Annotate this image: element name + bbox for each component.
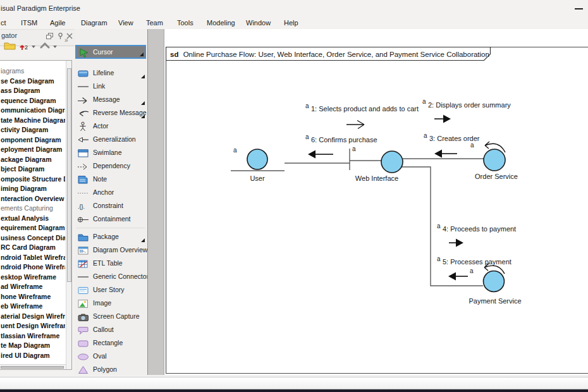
navigator-item[interactable]: usiness Concept Diagram	[1, 233, 65, 243]
message-2[interactable]: a 2: Displays order summary	[422, 98, 511, 123]
palette-item-screen-capture[interactable]: Screen Capture	[75, 310, 146, 323]
navigator-item[interactable]: RC Card Diagram	[1, 243, 65, 252]
palette-item-containment[interactable]: Containment	[75, 213, 146, 226]
palette-item-image[interactable]: Image	[75, 297, 146, 310]
palette-item-oval[interactable]: Oval	[75, 350, 146, 363]
panel-splitter[interactable]	[147, 29, 164, 375]
collapse-dropdown-icon[interactable]	[53, 46, 57, 48]
palette-item-generic-connector[interactable]: Generic Connector	[75, 271, 146, 283]
palette-item-rectangle[interactable]: Rectangle	[75, 337, 146, 350]
menu-item-team[interactable]: Team	[146, 19, 163, 27]
palette-item-callout[interactable]: Callout	[75, 324, 146, 336]
palette-item-swimlane[interactable]: Swimlane	[75, 147, 146, 159]
palette-item-etl-table[interactable]: ETL Table	[75, 257, 146, 270]
navigator-horizontal-scrollbar[interactable]	[0, 364, 66, 369]
navigator-item[interactable]: ad Wireframe	[1, 282, 65, 291]
palette-item-polygon[interactable]: Polygon	[75, 364, 146, 376]
node-web-interface[interactable]: Web Interface	[355, 151, 403, 182]
navigator-item[interactable]: se Case Diagram	[1, 77, 65, 86]
navigator-item[interactable]: ctivity Diagram	[1, 125, 65, 135]
palette-item-dependency[interactable]: Dependency	[75, 160, 146, 173]
link-icon	[77, 82, 90, 92]
navigator-item[interactable]: nteraction Overview Diagram	[1, 194, 65, 204]
menu-item-window[interactable]: Window	[246, 19, 271, 27]
navigator-item[interactable]: hone Wireframe	[1, 292, 65, 302]
message-1[interactable]: a 1: Selects product and adds to cart	[305, 102, 419, 129]
palette-item-label: Image	[93, 299, 111, 307]
minimize-button[interactable]	[571, 3, 586, 14]
menu-bar: ctITSMAgileDiagramViewTeamToolsModelingW…	[0, 17, 588, 29]
palette-item-label: Dependency	[93, 162, 130, 169]
open-project-icon[interactable]	[4, 40, 16, 53]
node-order-service[interactable]: Order Service	[475, 142, 518, 180]
frame-title: Online Purchase Flow: User, Web Interfac…	[183, 51, 489, 58]
navigator-item[interactable]: uent Design Wireframe	[1, 321, 65, 331]
user-story-icon	[77, 285, 90, 295]
navigator-item[interactable]: ndroid Phone Wireframe	[1, 262, 65, 272]
navigator-item[interactable]: tate Machine Diagram	[1, 116, 65, 125]
palette-item-actor[interactable]: Actor	[75, 120, 146, 133]
note-icon	[77, 175, 90, 185]
navigator-item[interactable]: tlassian Wireframe	[1, 331, 65, 341]
palette-item-constraint[interactable]: .{}.Constraint	[75, 200, 146, 212]
palette-item-message[interactable]: Message	[75, 94, 146, 106]
collapse-all-icon[interactable]	[39, 42, 51, 53]
palette-item-user-story[interactable]: User Story	[75, 284, 146, 297]
menu-item-view[interactable]: View	[118, 19, 133, 27]
navigator-section[interactable]: iagrams	[1, 66, 65, 76]
communication-diagram[interactable]: sd Online Purchase Flow: User, Web Inter…	[166, 47, 588, 375]
menu-item-tools[interactable]: Tools	[177, 19, 193, 27]
navigator-item[interactable]: omponent Diagram	[1, 135, 65, 145]
vertical-scroll-thumb[interactable]	[67, 68, 71, 282]
navigator-vertical-scrollbar[interactable]	[66, 61, 71, 369]
horizontal-scroll-thumb[interactable]	[1, 366, 64, 369]
palette-item-reverse-message[interactable]: Reverse Message	[75, 107, 146, 119]
palette-item-note[interactable]: Note	[75, 173, 146, 186]
palette-item-label: Note	[93, 175, 107, 183]
navigator-item[interactable]: equirement Diagram	[1, 223, 65, 233]
menu-item-agile[interactable]: Agile	[50, 19, 65, 27]
navigator-item[interactable]: iming Diagram	[1, 184, 65, 193]
navigator-item[interactable]: extual Analysis	[1, 214, 65, 223]
toolbar-overflow-icon[interactable]: »	[64, 37, 68, 44]
menu-item-modeling[interactable]: Modeling	[207, 19, 235, 27]
palette-item-anchor[interactable]: Anchor	[75, 187, 146, 199]
menu-item-help[interactable]: Help	[284, 19, 298, 27]
navigator-item[interactable]: omposite Structure Diagram	[1, 175, 65, 184]
pin-panel-icon[interactable]	[56, 31, 64, 39]
navigator-item[interactable]: esktop Wireframe	[1, 273, 65, 282]
diagram-canvas[interactable]: sd Online Purchase Flow: User, Web Inter…	[164, 29, 588, 375]
message-4[interactable]: a 4: Proceeds to payment	[437, 223, 516, 247]
menu-item-itsm[interactable]: ITSM	[21, 19, 37, 27]
node-payment-service[interactable]: Payment Service	[469, 264, 521, 305]
navigator-item[interactable]: bject Diagram	[1, 164, 65, 174]
navigator-item[interactable]: ass Diagram	[1, 86, 65, 95]
sort-dropdown-icon[interactable]	[32, 46, 35, 48]
float-panel-icon[interactable]	[46, 31, 54, 39]
navigator-item[interactable]: aterial Design Wireframe	[1, 312, 65, 321]
reverse-message-icon	[77, 108, 90, 118]
sort-diagram-icon[interactable]: 2	[19, 40, 30, 54]
navigator-item[interactable]: te Map Diagram	[1, 341, 65, 350]
message-6[interactable]: a 6: Confirms purchase	[305, 133, 377, 159]
palette-item-package[interactable]: Package	[75, 231, 146, 243]
palette-item-link[interactable]: Link	[75, 80, 146, 93]
link-user-web[interactable]	[285, 149, 381, 170]
navigator-section[interactable]: ements Capturing	[1, 204, 65, 213]
menu-item-ct[interactable]: ct	[1, 19, 6, 27]
navigator-item[interactable]: eployment Diagram	[1, 145, 65, 154]
navigator-item[interactable]: ndroid Tablet Wireframe	[1, 253, 65, 262]
palette-item-cursor[interactable]: Cursor	[75, 45, 146, 59]
palette-item-generalization[interactable]: Generalization	[75, 133, 146, 146]
navigator-item[interactable]: ackage Diagram	[1, 155, 65, 164]
palette-item-diagram-overview[interactable]: Diagram Overview	[75, 244, 146, 257]
navigator-item[interactable]: equence Diagram	[1, 96, 65, 106]
svg-text:.{}.: .{}.	[78, 204, 85, 210]
navigator-item[interactable]: ired UI Diagram	[1, 351, 65, 360]
node-user[interactable]: a User	[231, 147, 285, 182]
navigator-item[interactable]: eb Wireframe	[1, 302, 65, 311]
etl-table-icon	[77, 259, 90, 269]
palette-item-lifeline[interactable]: Lifeline	[75, 67, 146, 80]
menu-item-diagram[interactable]: Diagram	[81, 19, 107, 27]
navigator-item[interactable]: ommunication Diagram	[1, 106, 65, 115]
